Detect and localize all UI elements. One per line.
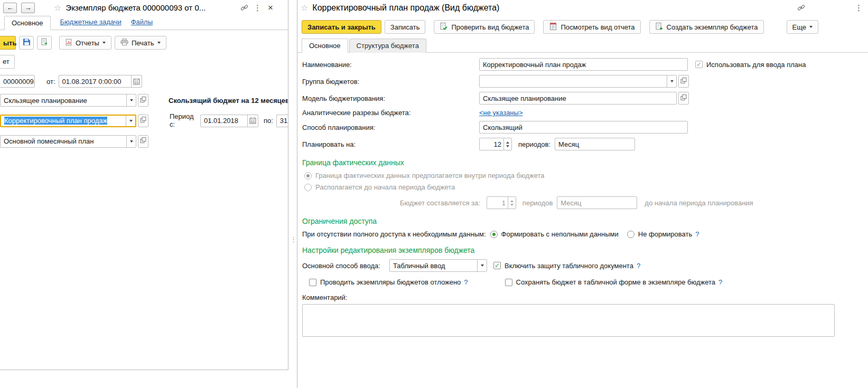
group-label: Группа бюджетов: — [302, 78, 479, 86]
tab-main[interactable]: Основное — [302, 39, 348, 53]
right-tabs: Основное Структура бюджета — [297, 37, 868, 53]
favorite-star-icon[interactable]: ☆ — [301, 4, 308, 12]
calendar-icon[interactable] — [131, 75, 142, 87]
radio-form-with-partial-data-label: Формировать с неполными данными — [501, 230, 619, 238]
document-date-field[interactable]: 01.08.2017 0:00:00 — [59, 75, 142, 88]
dropdown-arrow-icon[interactable] — [667, 75, 676, 87]
date-from-label: от: — [46, 78, 55, 86]
tab-main[interactable]: Основное — [4, 16, 51, 30]
analytics-link[interactable]: <не указаны> — [479, 109, 522, 117]
right-window-title: Корректировочный план продаж (Вид бюджет… — [312, 3, 499, 13]
input-method-combo[interactable]: Табличный ввод — [389, 259, 487, 272]
fact-boundary-inside-option: Граница фактических данных предполагаетс… — [304, 172, 868, 179]
printer-icon — [120, 39, 128, 48]
use-for-plan-checkbox[interactable]: ✓ — [695, 61, 703, 68]
spinner[interactable] — [503, 138, 511, 150]
compose-field[interactable]: 1 — [487, 196, 516, 209]
print-label: Печать — [132, 39, 154, 47]
help-link[interactable]: ? — [637, 262, 640, 270]
truncated-tab[interactable]: ет — [0, 55, 15, 69]
chevron-down-icon — [102, 42, 106, 44]
choose-button[interactable] — [138, 135, 148, 148]
save-and-close-button[interactable]: Записать и закрыть — [302, 20, 381, 34]
post-document-icon — [41, 38, 49, 48]
post-and-close-button[interactable]: ыть — [0, 36, 16, 50]
choose-button[interactable] — [678, 75, 689, 88]
right-toolbar: Записать и закрыть Записать Проверить ви… — [297, 20, 868, 34]
help-link[interactable]: ? — [695, 230, 699, 238]
left-window-header: ← → ☆ Экземпляр бюджета 000000093 от 0..… — [0, 0, 288, 14]
print-button[interactable]: Печать — [115, 36, 166, 50]
save-button[interactable]: Записать — [385, 20, 426, 34]
close-icon[interactable]: × — [267, 3, 274, 12]
model-field[interactable]: Скльзящее планирование — [479, 92, 677, 105]
splitter-handle[interactable]: ⋮ — [290, 235, 297, 243]
forward-button[interactable]: → — [21, 3, 35, 13]
section-edit-settings: Настройки редактирования экземпляров бюд… — [302, 246, 868, 254]
choose-button[interactable] — [678, 92, 689, 105]
fact-boundary-before-option: Располагается до начала периода бюджета — [304, 183, 868, 191]
check-document-icon — [440, 22, 448, 32]
radio-before-period[interactable] — [304, 184, 312, 191]
view-report-button[interactable]: Посмотреть вид отчета — [543, 20, 640, 34]
spinner[interactable] — [508, 197, 516, 209]
window-budget-type: ☆ Корректировочный план продаж (Вид бюдж… — [297, 0, 868, 388]
tab-budget-structure[interactable]: Структура бюджета — [349, 39, 426, 53]
forward-arrow-icon: → — [25, 4, 32, 12]
create-budget-instance-button[interactable]: Создать экземпляр бюджета — [649, 20, 764, 34]
more-menu-icon[interactable]: ⋮ — [854, 4, 864, 12]
protect-document-checkbox[interactable]: ✓ — [493, 262, 501, 269]
name-field[interactable]: Корректировочный план продаж — [479, 58, 688, 71]
choose-icon — [140, 137, 146, 145]
chevron-down-icon — [157, 42, 161, 44]
plan-for-field[interactable]: 12 — [479, 138, 512, 150]
view-report-label: Посмотреть вид отчета — [561, 23, 634, 31]
period-unit-field[interactable]: Месяц — [555, 138, 635, 150]
help-link[interactable]: ? — [718, 278, 722, 286]
tab-files[interactable]: Файлы — [131, 18, 153, 30]
radio-inside-period[interactable] — [304, 172, 312, 179]
budget-type-combo[interactable]: Корректировочный план продаж — [0, 115, 136, 127]
radio-form-with-partial-data[interactable] — [490, 231, 498, 238]
choose-button[interactable] — [138, 94, 148, 107]
help-link[interactable]: ? — [464, 278, 468, 286]
link-icon[interactable] — [240, 4, 248, 12]
left-tabs: Основное Бюджетные задачи Файлы — [0, 14, 288, 30]
more-button[interactable]: Еще — [787, 20, 818, 34]
calendar-icon[interactable] — [247, 115, 258, 127]
choose-icon — [140, 117, 146, 125]
dropdown-arrow-icon[interactable] — [126, 136, 136, 147]
tab-budget-tasks[interactable]: Бюджетные задачи — [60, 18, 122, 30]
comment-textarea[interactable] — [302, 304, 835, 337]
link-icon[interactable] — [797, 4, 805, 12]
model-row: Скльзящее планирование Скользящий бюджет… — [0, 94, 288, 107]
group-combo[interactable] — [479, 75, 677, 88]
section-fact-boundary: Граница фактических данных — [302, 158, 868, 167]
period-to-field[interactable]: 31. — [276, 115, 288, 127]
back-button[interactable]: ← — [3, 3, 17, 13]
more-menu-icon[interactable]: ⋮ — [253, 4, 263, 12]
method-field[interactable]: Скользящий — [479, 121, 688, 134]
reports-button[interactable]: Отчеты — [59, 36, 111, 50]
name-label: Наименование: — [302, 61, 479, 69]
check-budget-view-button[interactable]: Проверить вид бюджета — [434, 20, 535, 34]
favorite-star-icon[interactable]: ☆ — [54, 4, 61, 12]
use-for-plan-label: Использовать для ввода плана — [706, 61, 806, 69]
deferred-posting-checkbox[interactable]: ✓ — [309, 279, 316, 286]
radio-do-not-form[interactable] — [627, 231, 634, 238]
model-label: Модель бюджетирования: — [302, 94, 479, 102]
save-button[interactable] — [19, 36, 34, 50]
compose-unit-field[interactable]: Месяц — [557, 196, 637, 209]
model-combo[interactable]: Скльзящее планирование — [0, 94, 136, 107]
scenario-combo[interactable]: Основной помесячный план — [0, 135, 136, 148]
save-tabular-checkbox[interactable]: ✓ — [505, 279, 512, 286]
document-number-field[interactable]: 000000093 — [0, 75, 35, 88]
dropdown-arrow-icon[interactable] — [477, 260, 487, 271]
post-button[interactable] — [37, 36, 52, 50]
budget-type-row: Корректировочный план продаж Период с: 0… — [0, 113, 288, 129]
dropdown-arrow-icon[interactable] — [126, 116, 135, 126]
choose-button[interactable] — [138, 115, 148, 127]
dropdown-arrow-icon[interactable] — [126, 94, 136, 106]
radio-inside-period-label: Граница фактических данных предполагаетс… — [315, 172, 545, 179]
period-from-field[interactable]: 01.01.2018 — [200, 115, 258, 127]
